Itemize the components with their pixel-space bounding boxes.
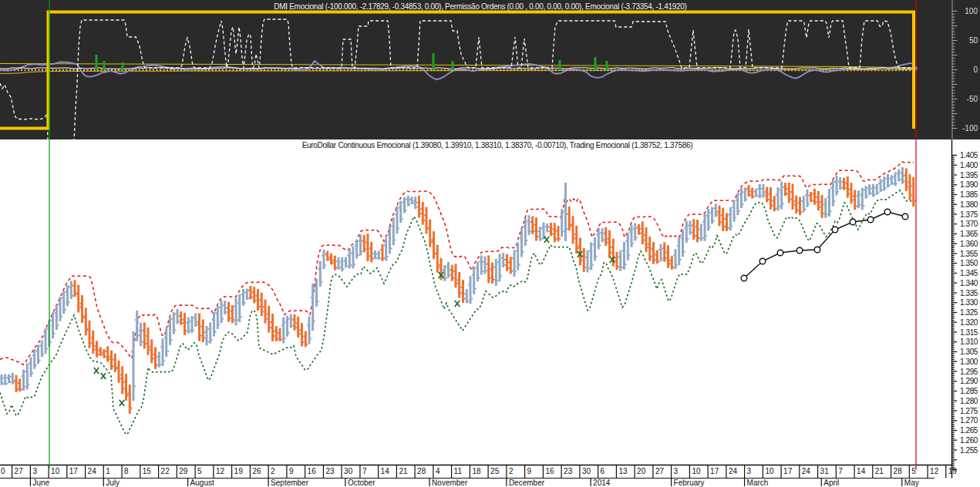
svg-text:1.385: 1.385	[960, 190, 978, 199]
svg-text:March: March	[747, 479, 769, 487]
svg-text:24: 24	[88, 467, 97, 475]
svg-text:17: 17	[69, 467, 79, 475]
svg-text:1.315: 1.315	[960, 328, 978, 337]
svg-text:21: 21	[399, 467, 408, 475]
svg-text:DMI Emocional (-100.000, -2.17: DMI Emocional (-100.000, -2.17829, -0.34…	[274, 2, 686, 11]
svg-text:1.255: 1.255	[960, 446, 978, 455]
svg-text:28: 28	[894, 467, 903, 475]
svg-text:1.270: 1.270	[960, 416, 978, 425]
svg-text:7: 7	[838, 467, 843, 475]
svg-text:14: 14	[857, 467, 866, 475]
svg-text:10: 10	[692, 467, 701, 475]
svg-text:0: 0	[973, 65, 978, 74]
svg-text:12: 12	[930, 467, 939, 475]
svg-text:6: 6	[601, 467, 605, 475]
svg-text:24: 24	[802, 467, 811, 475]
svg-text:4: 4	[436, 467, 440, 475]
svg-text:27: 27	[655, 467, 665, 475]
svg-text:30: 30	[582, 467, 591, 475]
svg-text:EuroDollar Continuous Emociona: EuroDollar Continuous Emocional (1.39080…	[302, 141, 693, 149]
svg-text:22: 22	[161, 467, 170, 475]
svg-text:May: May	[904, 479, 919, 487]
svg-text:31: 31	[820, 467, 830, 475]
svg-text:1.345: 1.345	[960, 269, 978, 277]
svg-text:30: 30	[344, 467, 353, 475]
svg-text:1.285: 1.285	[960, 387, 978, 395]
svg-text:December: December	[509, 479, 545, 487]
svg-text:1.405: 1.405	[960, 151, 978, 160]
svg-text:1.275: 1.275	[960, 407, 978, 415]
svg-text:1.295: 1.295	[960, 368, 978, 376]
svg-text:18: 18	[472, 467, 481, 475]
svg-text:1.365: 1.365	[960, 230, 978, 238]
svg-text:1.340: 1.340	[960, 279, 978, 287]
svg-text:1.305: 1.305	[960, 348, 978, 356]
svg-text:20: 20	[637, 467, 646, 475]
svg-text:-100: -100	[962, 124, 978, 133]
svg-text:16: 16	[308, 467, 317, 475]
svg-text:19: 19	[948, 467, 958, 475]
svg-text:5: 5	[197, 467, 202, 475]
svg-text:9: 9	[289, 467, 294, 475]
svg-text:8: 8	[124, 467, 129, 475]
svg-text:April: April	[823, 479, 839, 487]
svg-text:9: 9	[527, 467, 532, 475]
svg-text:26: 26	[252, 467, 261, 475]
svg-text:-50: -50	[967, 95, 978, 103]
svg-text:1.360: 1.360	[960, 240, 978, 248]
svg-text:21: 21	[875, 467, 884, 475]
svg-text:July: July	[106, 479, 120, 487]
svg-text:3: 3	[32, 467, 37, 475]
svg-text:12: 12	[216, 467, 225, 475]
svg-text:28: 28	[417, 467, 426, 475]
svg-text:1.310: 1.310	[960, 338, 978, 346]
svg-text:1.395: 1.395	[960, 171, 978, 180]
svg-text:17: 17	[710, 467, 719, 475]
svg-text:17: 17	[783, 467, 793, 475]
svg-text:3: 3	[747, 467, 752, 475]
svg-text:19: 19	[234, 467, 244, 475]
svg-text:2014: 2014	[593, 479, 611, 487]
svg-text:1.320: 1.320	[960, 318, 978, 327]
svg-text:15: 15	[143, 467, 152, 475]
svg-text:1.400: 1.400	[960, 161, 978, 170]
svg-text:1.330: 1.330	[960, 298, 978, 307]
svg-text:September: September	[271, 479, 309, 487]
svg-text:1.370: 1.370	[960, 220, 978, 228]
svg-text:1.375: 1.375	[960, 210, 978, 219]
svg-text:1.350: 1.350	[960, 259, 978, 267]
svg-text:23: 23	[325, 467, 335, 475]
svg-text:February: February	[674, 479, 705, 487]
svg-text:25: 25	[490, 467, 500, 475]
svg-text:October: October	[348, 479, 375, 487]
svg-text:14: 14	[381, 467, 390, 475]
svg-text:2: 2	[509, 467, 514, 475]
svg-text:16: 16	[545, 467, 554, 475]
svg-text:24: 24	[729, 467, 738, 475]
svg-text:1.260: 1.260	[960, 436, 978, 445]
svg-text:13: 13	[618, 467, 628, 475]
svg-text:0: 0	[1, 467, 5, 475]
svg-text:23: 23	[564, 467, 573, 475]
svg-text:1.290: 1.290	[960, 377, 978, 385]
svg-text:June: June	[32, 479, 49, 487]
svg-text:November: November	[432, 479, 468, 487]
svg-text:August: August	[190, 479, 214, 487]
svg-text:1.280: 1.280	[960, 397, 978, 405]
svg-text:1: 1	[106, 467, 110, 475]
svg-text:1.390: 1.390	[960, 180, 978, 189]
svg-text:1.325: 1.325	[960, 308, 978, 317]
svg-text:2: 2	[271, 467, 275, 475]
svg-text:1.265: 1.265	[960, 426, 978, 435]
svg-text:1.300: 1.300	[960, 358, 978, 366]
svg-text:11: 11	[454, 467, 463, 475]
svg-text:7: 7	[362, 467, 367, 475]
svg-text:27: 27	[15, 467, 24, 475]
svg-text:29: 29	[179, 467, 188, 475]
svg-text:10: 10	[51, 467, 60, 475]
svg-text:3: 3	[674, 467, 679, 475]
svg-text:100: 100	[965, 7, 978, 15]
svg-text:1.380: 1.380	[960, 200, 978, 209]
svg-text:1.355: 1.355	[960, 250, 978, 258]
svg-text:1.335: 1.335	[960, 289, 978, 297]
